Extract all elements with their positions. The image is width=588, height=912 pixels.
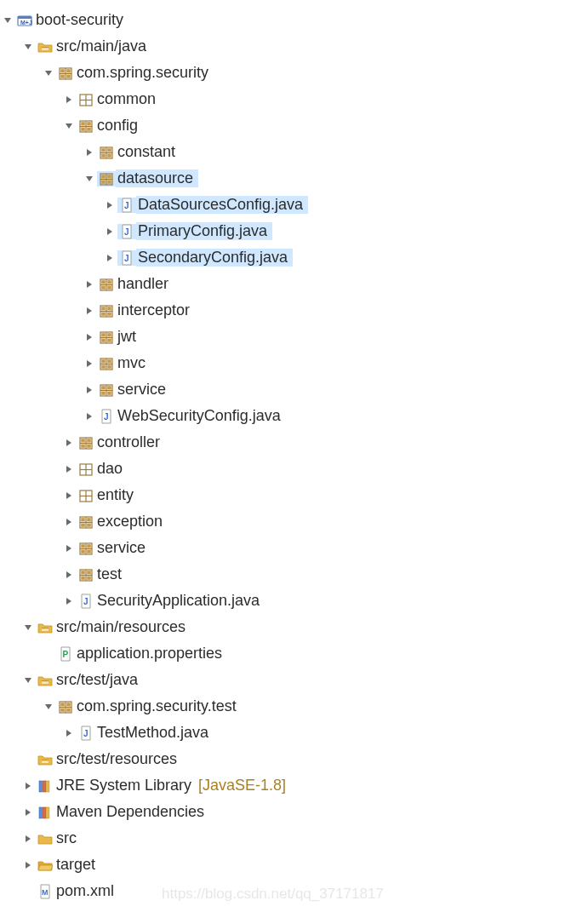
expand-right-icon[interactable] bbox=[61, 491, 77, 500]
package-icon bbox=[77, 118, 95, 134]
file-secondaryconfig[interactable]: SecondaryConfig.java bbox=[0, 244, 588, 271]
package-icon bbox=[77, 541, 95, 556]
expand-right-icon[interactable] bbox=[20, 835, 36, 843]
package-icon bbox=[77, 435, 95, 450]
pkg-controller[interactable]: controller bbox=[0, 429, 588, 456]
folder-src[interactable]: src bbox=[0, 825, 588, 852]
expand-right-icon[interactable] bbox=[102, 201, 117, 209]
package-empty-icon bbox=[77, 462, 95, 477]
expand-right-icon[interactable] bbox=[61, 571, 77, 579]
tree-item-label: SecondaryConfig.java bbox=[136, 249, 293, 267]
expand-down-icon[interactable] bbox=[20, 43, 36, 51]
expand-down-icon[interactable] bbox=[20, 676, 36, 685]
file-primaryconfig[interactable]: PrimaryConfig.java bbox=[0, 218, 588, 244]
tree-item-label: dao bbox=[95, 460, 124, 478]
pkg-test[interactable]: test bbox=[0, 561, 588, 588]
expand-right-icon[interactable] bbox=[61, 518, 77, 526]
pkg-common[interactable]: common bbox=[0, 86, 588, 112]
file-pom[interactable]: pom.xml bbox=[0, 878, 588, 904]
pkg-entity[interactable]: entity bbox=[0, 482, 588, 508]
pkg-dao[interactable]: dao bbox=[0, 456, 588, 482]
file-securityapplication[interactable]: SecurityApplication.java bbox=[0, 588, 588, 614]
expand-right-icon[interactable] bbox=[61, 544, 77, 553]
pkg-test-root[interactable]: com.spring.security.test bbox=[0, 693, 588, 720]
tree-item-label: application.properties bbox=[75, 645, 224, 662]
expand-right-icon[interactable] bbox=[82, 412, 97, 421]
tree-item-label: constant bbox=[116, 143, 177, 161]
tree-item-label: com.spring.security bbox=[75, 64, 210, 82]
expand-right-icon[interactable] bbox=[102, 254, 117, 262]
pkg-interceptor[interactable]: interceptor bbox=[0, 297, 588, 324]
library-icon bbox=[36, 778, 54, 794]
tree-item-label: exception bbox=[95, 513, 164, 531]
pkg-com-spring-security[interactable]: com.spring.security bbox=[0, 60, 588, 86]
project-root[interactable]: boot-security bbox=[0, 7, 588, 33]
pkg-config-service[interactable]: service bbox=[0, 376, 588, 403]
tree-item-label: controller bbox=[95, 433, 162, 451]
srcfolder-icon bbox=[36, 752, 54, 767]
src-main-java[interactable]: src/main/java bbox=[0, 33, 588, 60]
maven-dependencies[interactable]: Maven Dependencies bbox=[0, 799, 588, 825]
expand-right-icon[interactable] bbox=[82, 148, 97, 157]
expand-right-icon[interactable] bbox=[61, 729, 77, 737]
package-icon bbox=[97, 303, 116, 318]
expand-right-icon[interactable] bbox=[61, 465, 77, 473]
tree-item-label: service bbox=[95, 539, 147, 557]
tree-item-label: PrimaryConfig.java bbox=[136, 222, 272, 240]
folder-icon bbox=[36, 831, 54, 846]
expand-right-icon[interactable] bbox=[82, 280, 97, 289]
tree-item-label: WebSecurityConfig.java bbox=[116, 407, 283, 425]
file-testmethod[interactable]: TestMethod.java bbox=[0, 720, 588, 746]
expand-right-icon[interactable] bbox=[61, 439, 77, 447]
expand-right-icon[interactable] bbox=[20, 808, 36, 817]
project-explorer-tree[interactable]: boot-securitysrc/main/javacom.spring.sec… bbox=[0, 0, 588, 912]
src-test-java[interactable]: src/test/java bbox=[0, 667, 588, 693]
expand-right-icon[interactable] bbox=[61, 95, 77, 104]
package-empty-icon bbox=[77, 488, 95, 503]
expand-right-icon[interactable] bbox=[82, 333, 97, 341]
file-application-properties[interactable]: application.properties bbox=[0, 640, 588, 667]
expand-down-icon[interactable] bbox=[20, 623, 36, 632]
expand-down-icon[interactable] bbox=[41, 69, 56, 77]
pkg-jwt[interactable]: jwt bbox=[0, 324, 588, 350]
tree-item-label: service bbox=[116, 381, 168, 399]
expand-right-icon[interactable] bbox=[82, 386, 97, 394]
package-empty-icon bbox=[77, 92, 95, 107]
pkg-handler[interactable]: handler bbox=[0, 271, 588, 297]
pkg-exception[interactable]: exception bbox=[0, 508, 588, 535]
expand-down-icon[interactable] bbox=[41, 703, 56, 711]
java-icon bbox=[97, 409, 116, 424]
tree-item-label: src bbox=[54, 829, 78, 847]
tree-item-label: target bbox=[54, 856, 97, 874]
props-icon bbox=[56, 646, 75, 662]
expand-right-icon[interactable] bbox=[20, 861, 36, 869]
package-icon bbox=[97, 330, 116, 345]
java-icon bbox=[77, 594, 95, 609]
expand-right-icon[interactable] bbox=[102, 227, 117, 236]
src-main-resources[interactable]: src/main/resources bbox=[0, 614, 588, 640]
expand-down-icon[interactable] bbox=[61, 122, 77, 130]
jre-system-library[interactable]: JRE System Library[JavaSE-1.8] bbox=[0, 772, 588, 799]
tree-item-label: config bbox=[95, 117, 140, 135]
file-websecurityconfig[interactable]: WebSecurityConfig.java bbox=[0, 403, 588, 429]
expand-down-icon[interactable] bbox=[82, 175, 97, 183]
xml-icon bbox=[36, 884, 54, 899]
pkg-service[interactable]: service bbox=[0, 535, 588, 561]
file-datasourcesconfig[interactable]: DataSourcesConfig.java bbox=[0, 192, 588, 218]
pkg-datasource[interactable]: datasource bbox=[0, 165, 588, 192]
src-test-resources[interactable]: src/test/resources bbox=[0, 746, 588, 772]
expand-right-icon[interactable] bbox=[82, 359, 97, 368]
expand-right-icon[interactable] bbox=[82, 307, 97, 315]
tree-item-label: DataSourcesConfig.java bbox=[136, 196, 308, 214]
tree-item-label: test bbox=[95, 565, 123, 583]
package-icon bbox=[97, 382, 116, 398]
folder-target[interactable]: target bbox=[0, 852, 588, 878]
expand-right-icon[interactable] bbox=[61, 597, 77, 605]
java-icon bbox=[77, 726, 95, 741]
pkg-mvc[interactable]: mvc bbox=[0, 350, 588, 376]
library-icon bbox=[36, 805, 54, 820]
pkg-constant[interactable]: constant bbox=[0, 139, 588, 165]
expand-down-icon[interactable] bbox=[0, 16, 15, 25]
expand-right-icon[interactable] bbox=[20, 782, 36, 790]
pkg-config[interactable]: config bbox=[0, 112, 588, 139]
